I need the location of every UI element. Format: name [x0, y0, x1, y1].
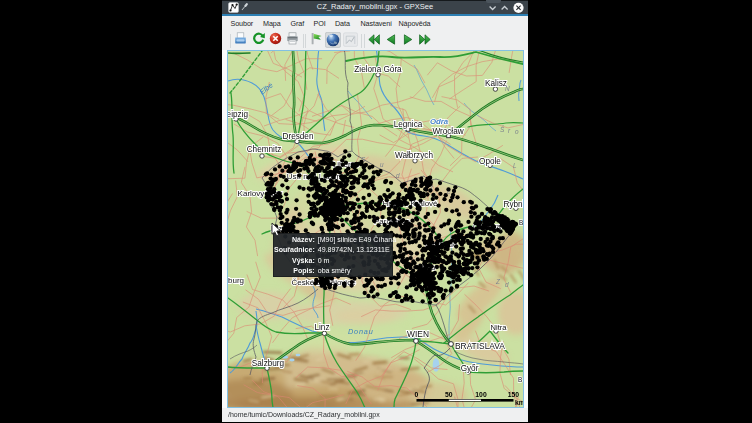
- svg-text:50: 50: [445, 391, 453, 398]
- svg-text:o: o: [515, 128, 519, 135]
- svg-text:Wałbrzych: Wałbrzych: [395, 151, 433, 160]
- svg-text:Kalisz: Kalisz: [485, 79, 507, 88]
- svg-text:Zielona Góra: Zielona Góra: [354, 65, 402, 74]
- svg-text:150: 150: [507, 391, 519, 398]
- svg-text:Leipzig: Leipzig: [228, 110, 248, 119]
- svg-text:Ś: Ś: [500, 125, 505, 133]
- svg-text:WIEN: WIEN: [407, 329, 429, 339]
- svg-text:Opole: Opole: [479, 157, 501, 166]
- svg-text:d: d: [505, 281, 509, 288]
- svg-text:Nitra: Nitra: [490, 323, 507, 332]
- svg-text:km: km: [515, 399, 523, 406]
- svg-text:B: B: [518, 376, 522, 383]
- svg-text:100: 100: [475, 391, 487, 398]
- svg-text:Wrocław: Wrocław: [432, 127, 463, 136]
- svg-text:Legnica: Legnica: [393, 120, 422, 129]
- svg-text:Győr: Győr: [460, 364, 478, 373]
- svg-text:B: B: [519, 219, 523, 226]
- svg-text:N: N: [505, 85, 510, 92]
- svg-text:burg: burg: [228, 276, 244, 285]
- svg-text:Chemnitz: Chemnitz: [246, 145, 281, 154]
- svg-text:Donau: Donau: [348, 327, 374, 336]
- svg-text:0: 0: [414, 391, 418, 398]
- svg-text:u: u: [380, 161, 384, 168]
- svg-text:Rybnik: Rybnik: [503, 200, 523, 209]
- svg-text:Linz: Linz: [314, 323, 329, 332]
- svg-text:Dresden: Dresden: [282, 132, 313, 141]
- svg-text:Odra: Odra: [430, 117, 449, 126]
- svg-text:L: L: [513, 162, 517, 169]
- svg-text:BRATISLAVA: BRATISLAVA: [455, 341, 505, 351]
- svg-text:Salzburg: Salzburg: [251, 359, 284, 368]
- svg-text:d: d: [396, 172, 400, 179]
